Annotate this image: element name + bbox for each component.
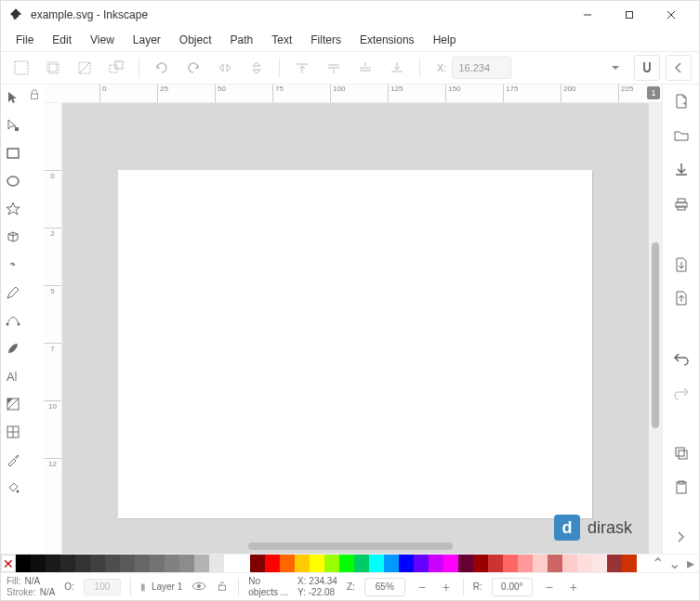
color-swatch[interactable] bbox=[369, 555, 384, 572]
close-button[interactable] bbox=[650, 1, 692, 29]
color-swatch[interactable] bbox=[194, 555, 209, 572]
expand-panel-icon[interactable] bbox=[670, 527, 693, 546]
color-swatch[interactable] bbox=[384, 555, 399, 572]
snapping-icon[interactable] bbox=[634, 55, 660, 81]
color-swatch[interactable] bbox=[607, 555, 622, 572]
color-swatch[interactable] bbox=[209, 555, 224, 572]
color-swatch[interactable] bbox=[339, 555, 354, 572]
lock-guides-icon[interactable] bbox=[28, 88, 41, 105]
color-swatch[interactable] bbox=[548, 555, 562, 572]
color-swatch[interactable] bbox=[120, 555, 135, 572]
color-swatch[interactable] bbox=[280, 555, 295, 572]
color-swatch[interactable] bbox=[90, 555, 105, 572]
raise-top-icon[interactable] bbox=[289, 55, 315, 81]
collapse-icon[interactable] bbox=[666, 55, 692, 81]
maximize-button[interactable] bbox=[608, 1, 650, 29]
gradient-tool-icon[interactable] bbox=[4, 395, 22, 413]
lock-toggle-icon[interactable] bbox=[216, 580, 229, 594]
zoom-out-button[interactable]: − bbox=[415, 581, 429, 594]
vertical-scrollbar-track[interactable] bbox=[649, 103, 662, 554]
text-tool-icon[interactable]: A bbox=[4, 367, 22, 385]
color-swatch[interactable] bbox=[105, 555, 120, 572]
color-swatch[interactable] bbox=[46, 555, 60, 572]
import-icon[interactable] bbox=[670, 255, 693, 274]
horizontal-ruler[interactable]: 0 25 50 75 100 125 150 175 200 225 1 bbox=[44, 85, 662, 103]
menu-filters[interactable]: Filters bbox=[301, 30, 350, 50]
lower-icon[interactable] bbox=[352, 55, 378, 81]
flip-horizontal-icon[interactable] bbox=[212, 55, 238, 81]
dropper-tool-icon[interactable] bbox=[4, 451, 22, 469]
color-swatch[interactable] bbox=[250, 555, 265, 572]
palette-menu-icon[interactable]: ▸ bbox=[682, 555, 699, 572]
horizontal-scrollbar[interactable] bbox=[248, 542, 453, 550]
redo-icon[interactable] bbox=[670, 384, 693, 403]
color-swatch[interactable] bbox=[488, 555, 503, 572]
vertical-ruler[interactable]: 0 2 5 7 10 12 bbox=[44, 103, 62, 554]
menu-object[interactable]: Object bbox=[170, 30, 221, 50]
menu-help[interactable]: Help bbox=[424, 30, 466, 50]
color-swatch[interactable] bbox=[295, 555, 310, 572]
dropdown-icon[interactable] bbox=[602, 55, 628, 81]
menu-extensions[interactable]: Extensions bbox=[350, 30, 424, 50]
save-icon[interactable] bbox=[670, 161, 693, 180]
rotate-ccw-icon[interactable] bbox=[149, 55, 175, 81]
color-swatch[interactable] bbox=[429, 555, 443, 572]
select-all-layers-icon[interactable] bbox=[40, 55, 66, 81]
menu-text[interactable]: Text bbox=[262, 30, 301, 50]
calligraphy-tool-icon[interactable] bbox=[4, 339, 22, 358]
menu-path[interactable]: Path bbox=[221, 30, 263, 50]
minimize-button[interactable] bbox=[566, 1, 608, 29]
menu-layer[interactable]: Layer bbox=[124, 30, 170, 50]
menu-view[interactable]: View bbox=[81, 30, 124, 50]
menu-edit[interactable]: Edit bbox=[43, 30, 81, 50]
bezier-tool-icon[interactable] bbox=[4, 311, 22, 330]
color-swatch[interactable] bbox=[16, 555, 31, 572]
color-swatch[interactable] bbox=[562, 555, 577, 572]
copy-icon[interactable] bbox=[670, 444, 693, 464]
palette-scroll-down-icon[interactable]: ⌄ bbox=[666, 555, 682, 572]
color-swatch[interactable] bbox=[265, 555, 280, 572]
select-all-icon[interactable] bbox=[8, 55, 34, 81]
rotate-cw-icon[interactable] bbox=[180, 55, 206, 81]
color-swatch[interactable] bbox=[60, 555, 75, 572]
canvas[interactable]: d dirask bbox=[62, 103, 649, 554]
zoom-in-button[interactable]: + bbox=[439, 581, 454, 594]
rotate-plus-button[interactable]: + bbox=[566, 581, 581, 594]
visibility-toggle-icon[interactable] bbox=[192, 581, 206, 594]
color-swatch[interactable] bbox=[135, 555, 150, 572]
print-icon[interactable] bbox=[670, 194, 693, 214]
mesh-tool-icon[interactable] bbox=[4, 423, 22, 441]
color-swatch[interactable] bbox=[518, 555, 533, 572]
color-swatch[interactable] bbox=[503, 555, 518, 572]
zoom-input[interactable]: 65% bbox=[364, 578, 405, 596]
color-swatch[interactable] bbox=[150, 555, 165, 572]
menu-file[interactable]: File bbox=[7, 30, 43, 50]
color-swatch[interactable] bbox=[622, 555, 637, 572]
color-swatch[interactable] bbox=[31, 555, 46, 572]
paintbucket-tool-icon[interactable] bbox=[4, 478, 22, 497]
box3d-tool-icon[interactable] bbox=[4, 228, 22, 246]
node-tool-icon[interactable] bbox=[4, 116, 22, 135]
color-swatch[interactable] bbox=[165, 555, 179, 572]
fill-stroke-indicator[interactable]: Fill:N/A Stroke:N/A bbox=[7, 576, 55, 598]
spiral-tool-icon[interactable] bbox=[4, 255, 22, 274]
palette-scroll-up-icon[interactable]: ⌃ bbox=[649, 555, 666, 572]
export-icon[interactable] bbox=[670, 289, 693, 308]
color-swatch[interactable] bbox=[224, 555, 250, 572]
flip-vertical-icon[interactable] bbox=[244, 55, 270, 81]
deselect-icon[interactable] bbox=[72, 55, 98, 81]
rotate-input[interactable]: 0.00° bbox=[492, 578, 533, 596]
color-swatch[interactable] bbox=[399, 555, 414, 572]
undo-icon[interactable] bbox=[670, 349, 693, 369]
lower-bottom-icon[interactable] bbox=[384, 55, 410, 81]
x-coord-input[interactable]: 16.234 bbox=[452, 57, 511, 79]
star-tool-icon[interactable] bbox=[4, 200, 22, 218]
color-swatch[interactable] bbox=[458, 555, 473, 572]
paste-icon[interactable] bbox=[670, 477, 693, 497]
pencil-tool-icon[interactable] bbox=[4, 283, 22, 302]
vertical-scrollbar[interactable] bbox=[652, 242, 659, 428]
ellipse-tool-icon[interactable] bbox=[4, 172, 22, 190]
layer-indicator[interactable]: ▮ Layer 1 bbox=[140, 581, 182, 592]
new-document-icon[interactable]: + bbox=[670, 92, 693, 111]
color-swatch[interactable] bbox=[533, 555, 548, 572]
